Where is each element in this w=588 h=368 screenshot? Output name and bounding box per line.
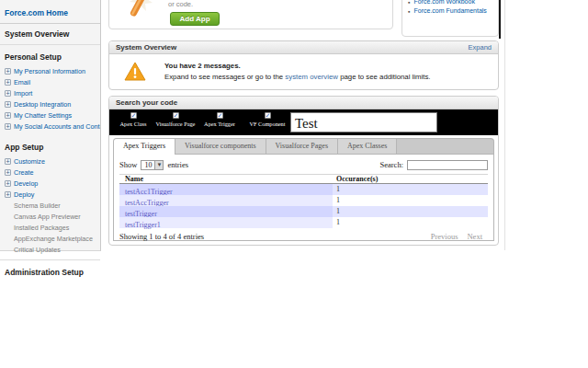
expand-plus-icon[interactable]: + [5, 158, 11, 165]
page: Force.com Home System Overview Personal … [0, 0, 588, 368]
tab-visualforce-pages[interactable]: Visualforce Pages [266, 139, 339, 154]
checkbox-checked-icon[interactable]: ✓ [173, 112, 179, 119]
sidebar-item-label[interactable]: Canvas App Previewer [14, 213, 81, 221]
checkbox-checked-icon[interactable]: ✓ [265, 112, 271, 119]
expand-plus-icon[interactable]: + [5, 180, 11, 187]
table-search-input[interactable] [407, 160, 488, 170]
quickstart-description: or code. [168, 0, 193, 8]
add-app-button[interactable]: Add App [170, 12, 220, 26]
sidebar-item-my-chatter-settings[interactable]: + My Chatter Settings [0, 109, 100, 121]
sidebar-item-customize[interactable]: + Customize [0, 155, 100, 167]
previous-button[interactable]: Previous [431, 232, 458, 241]
sidebar-item-label[interactable]: My Personal Information [14, 67, 85, 75]
sidebar-item-label[interactable]: Develop [14, 179, 38, 188]
system-overview-message: You have 2 messages. Expand to see messa… [164, 62, 431, 81]
sidebar-item-my-personal-information[interactable]: + My Personal Information [0, 65, 100, 76]
expand-plus-icon[interactable]: + [5, 90, 11, 97]
tab-visualforce-components[interactable]: Visualforce components [175, 139, 266, 154]
table-row: testAcc1Trigger 1 [119, 184, 488, 195]
sidebar-item-label[interactable]: Import [14, 89, 32, 98]
setup-sidebar: Force.com Home System Overview Personal … [0, 0, 101, 251]
hammer-wand-icon [122, 0, 159, 23]
search-label: Search: [380, 160, 404, 169]
tab-strip: Apex Triggers Visualforce components Vis… [113, 138, 494, 154]
message-pre: Expand to see messages or go to the [164, 73, 285, 81]
table-search-control: Search: [380, 160, 489, 170]
sidebar-item-label[interactable]: Customize [14, 157, 45, 166]
sidebar-item-label[interactable]: AppExchange Marketplace [14, 235, 93, 243]
sidebar-item-label[interactable]: Critical Updates [14, 246, 61, 254]
expand-plus-icon[interactable]: + [5, 191, 11, 198]
page-size-value: 10 [141, 161, 154, 169]
sidebar-heading-administration-setup: Administration Setup [0, 262, 100, 281]
occurrence-count: 1 [333, 217, 488, 228]
forcecom-home-link[interactable]: Force.com Home [5, 8, 68, 17]
sidebar-item-import[interactable]: + Import [0, 87, 100, 98]
sidebar-item-desktop-integration[interactable]: + Desktop Integration [0, 98, 100, 109]
sidebar-item-schema-builder[interactable]: Schema Builder [0, 200, 100, 211]
column-header-occurrences[interactable]: Occurance(s) [333, 175, 488, 183]
expand-plus-icon[interactable]: + [5, 79, 11, 86]
expand-plus-icon[interactable]: + [5, 101, 11, 108]
sidebar-item-label[interactable]: Email [14, 78, 30, 86]
expand-plus-icon[interactable]: + [5, 169, 11, 176]
chevron-down-icon: ▼ [154, 161, 163, 169]
showing-entries-text: Showing 1 to 4 of 4 entries [119, 232, 204, 241]
filter-label: Visualforce Page [156, 121, 196, 127]
filter-vf-component: ✓ VF Component [242, 109, 293, 135]
filter-label: Apex Trigger [204, 121, 235, 127]
sidebar-item-installed-packages[interactable]: Installed Packages [0, 222, 100, 233]
system-overview-section: System Overview Expand You have 2 messag… [108, 40, 499, 90]
sidebar-item-label[interactable]: Create [14, 168, 34, 177]
checkbox-checked-icon[interactable]: ✓ [130, 112, 137, 119]
sidebar-item-label[interactable]: My Chatter Settings [14, 111, 72, 120]
sidebar-item-label[interactable]: Deploy [14, 190, 34, 199]
sidebar-item-my-social-accounts[interactable]: + My Social Accounts and Contacts [0, 121, 100, 132]
expand-plus-icon[interactable]: + [5, 68, 11, 75]
system-overview-link[interactable]: system overview [285, 73, 338, 81]
table-row: testTrigger 1 [119, 206, 488, 217]
table-footer: Showing 1 to 4 of 4 entries Previous Nex… [119, 228, 488, 241]
sidebar-item-system-overview[interactable]: System Overview [0, 24, 100, 42]
bullet-icon: ▪ [408, 0, 410, 6]
sidebar-item-label[interactable]: Installed Packages [14, 224, 69, 232]
page-length-control: Show 10 ▼ entries [119, 160, 188, 170]
table-row: testTrigger1 1 [119, 217, 488, 228]
sidebar-home-row: Force.com Home [0, 0, 100, 24]
message-post: page to see additional limits. [338, 73, 431, 81]
expand-plus-icon[interactable]: + [5, 123, 11, 130]
sidebar-item-critical-updates[interactable]: Critical Updates [0, 244, 100, 255]
sidebar-heading-app-setup: App Setup [0, 137, 100, 155]
tab-apex-classes[interactable]: Apex Classes [338, 139, 397, 154]
tab-apex-triggers[interactable]: Apex Triggers [114, 139, 175, 155]
sidebar-item-label[interactable]: Desktop Integration [14, 100, 71, 109]
resource-link-row: ▪ Force.com Fundamentals [408, 7, 494, 16]
sidebar-item-deploy[interactable]: + Deploy [0, 189, 100, 200]
filter-apex-trigger: ✓ Apex Trigger [198, 109, 242, 135]
next-button[interactable]: Next [467, 232, 482, 241]
sidebar-item-label[interactable]: Schema Builder [14, 201, 61, 210]
sidebar-item-label[interactable]: My Social Accounts and Contacts [14, 122, 100, 131]
sidebar-item-email[interactable]: + Email [0, 76, 100, 87]
column-header-name[interactable]: Name [119, 175, 333, 183]
table-header-row: Name Occurance(s) [119, 174, 488, 184]
sidebar-item-develop[interactable]: + Develop [0, 178, 100, 189]
forcecom-fundamentals-link[interactable]: Force.com Fundamentals [413, 7, 486, 16]
table-controls: Show 10 ▼ entries Search: [119, 158, 488, 171]
sidebar-item-create[interactable]: + Create [0, 167, 100, 178]
section-title: System Overview [116, 43, 176, 52]
table-row: testAccTrigger 1 [119, 195, 488, 206]
trigger-link[interactable]: testTrigger1 [125, 221, 161, 229]
filter-apex-class: ✓ Apex Class [113, 109, 153, 135]
system-overview-body: You have 2 messages. Expand to see messa… [109, 54, 498, 85]
code-search-input[interactable]: Test [290, 112, 437, 132]
forcecom-workbook-link[interactable]: Force.com Workbook [413, 0, 474, 6]
occurrence-count: 1 [333, 206, 488, 217]
checkbox-checked-icon[interactable]: ✓ [217, 112, 223, 119]
entries-label: entries [167, 160, 188, 169]
page-size-select[interactable]: 10 ▼ [141, 160, 164, 170]
sidebar-item-canvas-app-previewer[interactable]: Canvas App Previewer [0, 211, 100, 222]
expand-plus-icon[interactable]: + [5, 112, 11, 119]
expand-link[interactable]: Expand [469, 43, 492, 52]
sidebar-item-appexchange-marketplace[interactable]: AppExchange Marketplace [0, 233, 100, 244]
